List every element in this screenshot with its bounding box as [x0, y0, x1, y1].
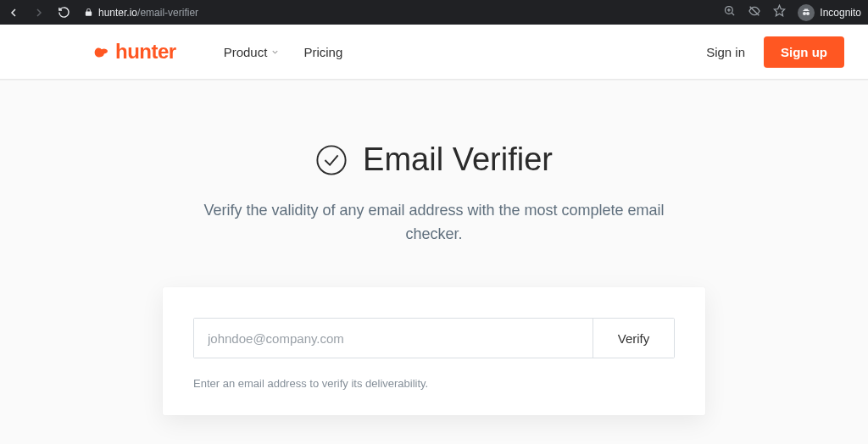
signup-button[interactable]: Sign up [764, 36, 844, 68]
svg-marker-5 [775, 5, 786, 16]
verifier-card: Verify Enter an email address to verify … [163, 287, 705, 415]
page-subtitle: Verify the validity of any email address… [197, 198, 671, 247]
back-icon[interactable] [7, 6, 20, 19]
url-path: /email-verifier [137, 7, 198, 19]
email-input-row: Verify [193, 318, 675, 358]
nav-links: Product Pricing [224, 45, 343, 59]
site-topnav: hunter Product Pricing Sign in Sign up [0, 25, 868, 80]
browser-nav-buttons [7, 6, 70, 19]
nav-pricing-label: Pricing [303, 45, 342, 59]
email-field[interactable] [194, 319, 593, 358]
browser-chrome: hunter.io/email-verifier Incognito [0, 0, 868, 25]
page-body: Email Verifier Verify the validity of an… [0, 80, 868, 444]
brand-name: hunter [115, 40, 176, 64]
lock-icon [84, 8, 93, 17]
hero-section: Email Verifier Verify the validity of an… [0, 80, 868, 247]
star-icon[interactable] [773, 4, 786, 20]
nav-right: Sign in Sign up [706, 36, 844, 68]
svg-line-1 [732, 13, 735, 15]
url-domain: hunter.io [98, 7, 137, 19]
nav-product-label: Product [224, 45, 268, 59]
page-title-row: Email Verifier [315, 142, 553, 178]
verify-button[interactable]: Verify [593, 319, 674, 358]
brand-logo[interactable]: hunter [92, 40, 176, 64]
incognito-label: Incognito [820, 7, 861, 19]
page-title: Email Verifier [363, 142, 553, 178]
url-text: hunter.io/email-verifier [98, 7, 198, 19]
helper-text: Enter an email address to verify its del… [193, 377, 675, 390]
nav-pricing[interactable]: Pricing [303, 45, 342, 59]
svg-point-6 [317, 146, 345, 174]
zoom-icon[interactable] [723, 4, 736, 20]
chevron-down-icon [270, 47, 280, 57]
eye-off-icon[interactable] [748, 4, 761, 21]
reload-icon[interactable] [58, 6, 70, 19]
signin-link[interactable]: Sign in [706, 45, 745, 59]
brand-logo-icon [92, 42, 110, 61]
address-bar[interactable]: hunter.io/email-verifier [81, 7, 713, 19]
checkmark-circle-icon [315, 144, 348, 176]
incognito-icon [798, 4, 815, 21]
incognito-indicator[interactable]: Incognito [798, 4, 861, 21]
browser-right-icons: Incognito [723, 4, 861, 21]
nav-product[interactable]: Product [224, 45, 281, 59]
forward-icon[interactable] [32, 6, 46, 19]
